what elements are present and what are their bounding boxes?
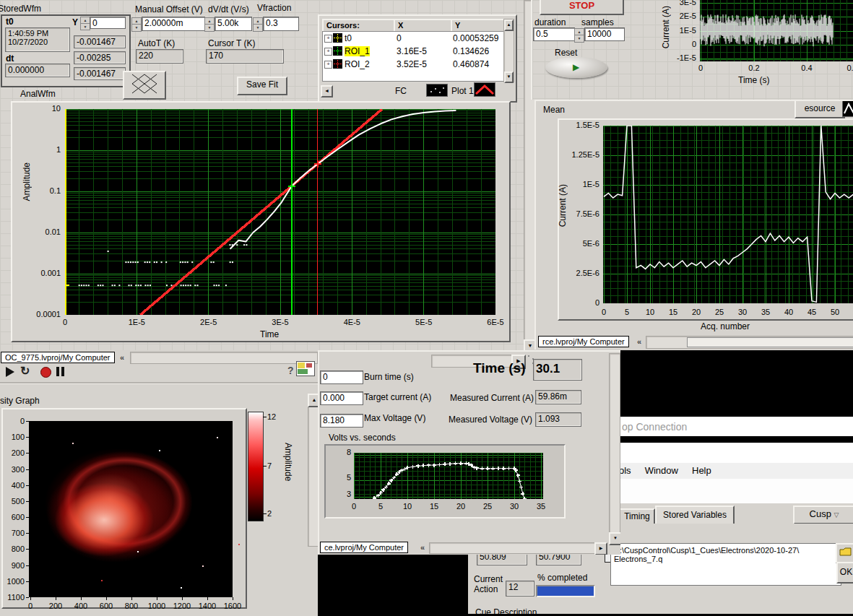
analwfm-plot[interactable] (65, 109, 495, 315)
scroll-up-icon[interactable]: ▲ (504, 19, 514, 31)
volts-xtick-6: 30 (505, 502, 524, 511)
fc-xlabel: Time (s) (738, 75, 770, 85)
preset-dropdown[interactable]: Cusp ▽ (793, 506, 853, 524)
cursor-name[interactable]: ROI_2 (345, 59, 370, 69)
t0-timestamp: 1:40:59 PM 10/27/2020 (5, 27, 70, 52)
manual-offset-spinner[interactable] (131, 17, 142, 32)
color-scale-tick-1: 7 (267, 461, 282, 470)
cursor-row-t0[interactable]: +t000.00053259 (323, 32, 503, 45)
volts-xtick-1: 5 (371, 502, 390, 511)
window5-hscrollbar[interactable] (429, 542, 595, 554)
progress-fill (537, 586, 594, 596)
fc-live-plot[interactable] (700, 0, 853, 61)
scroll-right-icon[interactable]: ▶ (594, 542, 607, 555)
legend-plot1-label[interactable]: Plot 1 (451, 86, 474, 96)
vi-icon[interactable] (296, 361, 315, 376)
scroll-up-icon[interactable]: ▲ (308, 394, 318, 407)
toolbar-band (618, 479, 853, 503)
mean-plot[interactable] (603, 126, 853, 303)
browse-folder-button[interactable] (836, 543, 853, 563)
toolbar-divider (0, 382, 318, 384)
run-continuous-icon[interactable]: ↻ (20, 364, 30, 378)
diamond-tool-button[interactable] (123, 71, 166, 100)
tab-left-arrow-icon[interactable]: « (120, 353, 124, 362)
y-index-spinner[interactable] (80, 17, 90, 30)
mean-ylabel: Current (A) (558, 184, 568, 227)
mean-xtick-7: 35 (758, 308, 773, 316)
abort-icon[interactable] (40, 367, 51, 378)
window4-vscrollbar[interactable] (308, 394, 318, 547)
project-tab[interactable]: ce.lvproj/My Computer (320, 542, 408, 553)
window5-vscrollbar[interactable] (609, 353, 620, 534)
window3-hscrollbar[interactable] (646, 336, 853, 349)
cursor-table-vscrollbar[interactable]: ▲ ▼ (503, 19, 514, 82)
volts-plot[interactable] (354, 453, 543, 499)
cursor-name[interactable]: t0 (345, 33, 352, 43)
cursor-row-ROI_2[interactable]: +ROI_23.52E-50.460874 (323, 58, 503, 71)
duration-field[interactable]: 0.5 (533, 27, 575, 41)
intensity-xtickmark-4 (131, 597, 132, 600)
current-action-label: Current Action (474, 574, 503, 594)
ok-button[interactable]: OK (836, 562, 853, 584)
stop-button[interactable]: STOP (540, 0, 624, 15)
cue-file-path[interactable]: C:\CuspControl\Cusp\1_Cues\Electrons\202… (610, 543, 841, 586)
intensity-ytickmark-5 (26, 501, 29, 502)
mean-legend-label[interactable]: esource (794, 100, 845, 118)
menu-help[interactable]: Help (686, 463, 717, 478)
scroll-left-icon[interactable]: ◄ (321, 85, 333, 97)
vi-icon-part2 (298, 369, 308, 374)
max-voltage-field[interactable]: 8.180 (320, 414, 363, 428)
fc-xtick-3: 0. (839, 64, 853, 72)
vfraction-spinner[interactable] (253, 17, 263, 32)
project-tab[interactable]: rce.lvproj/My Computer (538, 336, 629, 347)
expand-icon[interactable]: + (324, 61, 332, 69)
manual-offset-field[interactable]: 2.00000m (142, 17, 205, 31)
tab-stored-variables[interactable]: Stored Variables (655, 506, 735, 526)
mean-xtick-3: 15 (666, 308, 680, 316)
mean-legend-icon[interactable] (842, 100, 853, 117)
y-index-field[interactable]: 0 (90, 17, 126, 29)
run-icon[interactable] (6, 367, 14, 377)
tab-left-arrow-icon[interactable]: « (420, 543, 425, 552)
save-fit-button[interactable]: Save Fit (237, 77, 287, 95)
expand-icon[interactable]: + (324, 48, 332, 56)
dt-value: 0.000000 (5, 64, 70, 77)
burn-time-field[interactable]: 0 (320, 370, 363, 384)
tab-left-arrow-icon[interactable]: « (637, 337, 641, 346)
intensity-title: sity Graph (0, 396, 40, 406)
color-scale[interactable] (248, 412, 264, 521)
intensity-ytick-9: 900 (0, 561, 25, 570)
window4-hscrollbar[interactable] (130, 352, 318, 364)
cursor-name[interactable]: ROI_1 (345, 46, 370, 56)
legend-fc-label[interactable]: FC (395, 86, 407, 96)
cursor-row-ROI_1[interactable]: +ROI_13.16E-50.134626 (323, 45, 503, 58)
scroll-thumb[interactable] (687, 337, 853, 347)
pause-icon[interactable] (56, 367, 59, 376)
dvdt-spinner[interactable] (204, 17, 215, 32)
legend-plot1-icon[interactable] (474, 82, 495, 97)
samples-spinner[interactable] (574, 28, 584, 43)
dvdt-label: dV/dt (V/s) (208, 4, 249, 14)
y-value-0: -0.001467 (74, 35, 126, 48)
cursor-rows: +t000.00053259+ROI_13.16E-50.134626+ROI_… (322, 31, 504, 82)
menu-window[interactable]: Window (639, 463, 684, 478)
noise-specks (72, 443, 74, 444)
scroll-down-icon[interactable]: ▼ (609, 532, 620, 545)
scroll-end-icon[interactable]: ▼ (504, 71, 514, 83)
project-tab[interactable]: OC_9775.lvproj/My Computer (1, 352, 115, 363)
help-icon[interactable]: ? (287, 365, 294, 376)
measured-current-label: Measured Current (A) (450, 393, 534, 403)
duration-label: duration (534, 17, 566, 27)
panel-title: StoredWfm (0, 4, 41, 14)
expand-icon[interactable]: + (324, 35, 332, 43)
connection-text: op Connection (622, 421, 687, 433)
target-current-field[interactable]: 0.000 (320, 391, 363, 405)
intensity-xtick-4: 800 (117, 602, 146, 610)
intensity-image[interactable] (29, 421, 233, 597)
samples-field[interactable]: 10000 (584, 27, 625, 41)
reset-led-button[interactable]: ▶ (545, 57, 607, 78)
legend-fc-icon[interactable] (426, 84, 448, 97)
vfraction-field[interactable]: 0.3 (263, 17, 299, 31)
intensity-xtickmark-8 (233, 597, 233, 600)
dvdt-field[interactable]: 5.00k (215, 17, 252, 31)
